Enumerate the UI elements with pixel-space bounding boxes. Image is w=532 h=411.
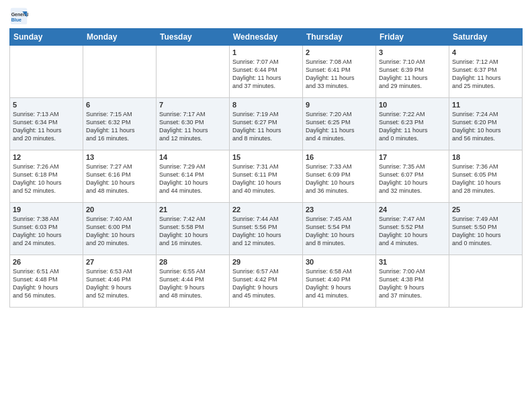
day-number: 7 bbox=[159, 101, 226, 109]
day-info: Sunrise: 7:35 AM Sunset: 6:07 PM Dayligh… bbox=[379, 163, 446, 195]
day-number: 28 bbox=[159, 258, 226, 266]
weekday-header-row: SundayMondayTuesdayWednesdayThursdayFrid… bbox=[10, 29, 523, 46]
day-info: Sunrise: 7:33 AM Sunset: 6:09 PM Dayligh… bbox=[306, 163, 373, 195]
day-info: Sunrise: 7:00 AM Sunset: 4:38 PM Dayligh… bbox=[379, 267, 446, 300]
day-info: Sunrise: 6:57 AM Sunset: 4:42 PM Dayligh… bbox=[232, 267, 300, 300]
calendar-cell: 15Sunrise: 7:31 AM Sunset: 6:11 PM Dayli… bbox=[230, 150, 303, 203]
calendar-cell: 12Sunrise: 7:26 AM Sunset: 6:18 PM Dayli… bbox=[10, 150, 83, 203]
day-info: Sunrise: 7:26 AM Sunset: 6:18 PM Dayligh… bbox=[13, 163, 80, 195]
day-info: Sunrise: 7:44 AM Sunset: 5:56 PM Dayligh… bbox=[232, 215, 300, 248]
day-number: 2 bbox=[306, 48, 373, 56]
calendar-cell: 3Sunrise: 7:10 AM Sunset: 6:39 PM Daylig… bbox=[376, 46, 449, 98]
calendar-cell: 4Sunrise: 7:12 AM Sunset: 6:37 PM Daylig… bbox=[449, 46, 523, 98]
day-info: Sunrise: 6:55 AM Sunset: 4:44 PM Dayligh… bbox=[159, 267, 226, 300]
day-number: 11 bbox=[452, 101, 519, 109]
calendar-cell: 23Sunrise: 7:45 AM Sunset: 5:54 PM Dayli… bbox=[303, 203, 376, 255]
day-number: 16 bbox=[306, 153, 373, 161]
calendar-cell: 11Sunrise: 7:24 AM Sunset: 6:20 PM Dayli… bbox=[449, 98, 523, 150]
day-number: 21 bbox=[159, 205, 226, 214]
calendar-cell bbox=[157, 46, 230, 98]
day-number: 29 bbox=[232, 258, 300, 266]
day-number: 5 bbox=[13, 101, 80, 109]
calendar-cell: 31Sunrise: 7:00 AM Sunset: 4:38 PM Dayli… bbox=[376, 255, 449, 308]
day-info: Sunrise: 7:36 AM Sunset: 6:05 PM Dayligh… bbox=[452, 163, 519, 195]
calendar-cell: 10Sunrise: 7:22 AM Sunset: 6:23 PM Dayli… bbox=[376, 98, 449, 150]
page-container: General Blue SundayMondayTuesdayWednesda… bbox=[0, 0, 532, 312]
calendar-week-row: 26Sunrise: 6:51 AM Sunset: 4:48 PM Dayli… bbox=[10, 255, 523, 308]
calendar-cell: 17Sunrise: 7:35 AM Sunset: 6:07 PM Dayli… bbox=[376, 150, 449, 203]
weekday-header-tuesday: Tuesday bbox=[157, 29, 230, 46]
calendar-cell bbox=[83, 46, 157, 98]
day-number: 30 bbox=[306, 258, 373, 266]
weekday-header-monday: Monday bbox=[83, 29, 157, 46]
day-info: Sunrise: 6:53 AM Sunset: 4:46 PM Dayligh… bbox=[86, 267, 153, 300]
day-info: Sunrise: 6:58 AM Sunset: 4:40 PM Dayligh… bbox=[306, 267, 373, 300]
calendar-cell: 26Sunrise: 6:51 AM Sunset: 4:48 PM Dayli… bbox=[10, 255, 83, 308]
day-number: 24 bbox=[379, 205, 446, 214]
day-number: 20 bbox=[86, 205, 153, 214]
calendar-cell: 14Sunrise: 7:29 AM Sunset: 6:14 PM Dayli… bbox=[157, 150, 230, 203]
day-number: 22 bbox=[232, 205, 300, 214]
day-number: 12 bbox=[13, 153, 80, 161]
calendar-cell: 16Sunrise: 7:33 AM Sunset: 6:09 PM Dayli… bbox=[303, 150, 376, 203]
day-info: Sunrise: 6:51 AM Sunset: 4:48 PM Dayligh… bbox=[13, 267, 80, 300]
calendar-cell: 20Sunrise: 7:40 AM Sunset: 6:00 PM Dayli… bbox=[83, 203, 157, 255]
calendar-cell: 25Sunrise: 7:49 AM Sunset: 5:50 PM Dayli… bbox=[449, 203, 523, 255]
calendar-table: SundayMondayTuesdayWednesdayThursdayFrid… bbox=[9, 28, 523, 308]
day-number: 23 bbox=[306, 205, 373, 214]
calendar-cell: 13Sunrise: 7:27 AM Sunset: 6:16 PM Dayli… bbox=[83, 150, 157, 203]
day-number: 27 bbox=[86, 258, 153, 266]
day-number: 19 bbox=[13, 205, 80, 214]
day-number: 6 bbox=[86, 101, 153, 109]
calendar-cell: 9Sunrise: 7:20 AM Sunset: 6:25 PM Daylig… bbox=[303, 98, 376, 150]
day-info: Sunrise: 7:13 AM Sunset: 6:34 PM Dayligh… bbox=[13, 110, 80, 143]
calendar-cell: 6Sunrise: 7:15 AM Sunset: 6:32 PM Daylig… bbox=[83, 98, 157, 150]
day-info: Sunrise: 7:27 AM Sunset: 6:16 PM Dayligh… bbox=[86, 163, 153, 195]
day-info: Sunrise: 7:40 AM Sunset: 6:00 PM Dayligh… bbox=[86, 215, 153, 248]
day-info: Sunrise: 7:20 AM Sunset: 6:25 PM Dayligh… bbox=[306, 110, 373, 143]
calendar-cell: 18Sunrise: 7:36 AM Sunset: 6:05 PM Dayli… bbox=[449, 150, 523, 203]
calendar-cell bbox=[449, 255, 523, 308]
day-info: Sunrise: 7:19 AM Sunset: 6:27 PM Dayligh… bbox=[232, 110, 300, 143]
calendar-cell: 22Sunrise: 7:44 AM Sunset: 5:56 PM Dayli… bbox=[230, 203, 303, 255]
weekday-header-saturday: Saturday bbox=[449, 29, 523, 46]
calendar-week-row: 5Sunrise: 7:13 AM Sunset: 6:34 PM Daylig… bbox=[10, 98, 523, 150]
day-info: Sunrise: 7:10 AM Sunset: 6:39 PM Dayligh… bbox=[379, 58, 446, 91]
calendar-cell: 2Sunrise: 7:08 AM Sunset: 6:41 PM Daylig… bbox=[303, 46, 376, 98]
header: General Blue bbox=[9, 7, 523, 26]
weekday-header-wednesday: Wednesday bbox=[230, 29, 303, 46]
calendar-week-row: 1Sunrise: 7:07 AM Sunset: 6:44 PM Daylig… bbox=[10, 46, 523, 98]
day-info: Sunrise: 7:29 AM Sunset: 6:14 PM Dayligh… bbox=[159, 163, 226, 195]
day-number: 9 bbox=[306, 101, 373, 109]
calendar-cell: 27Sunrise: 6:53 AM Sunset: 4:46 PM Dayli… bbox=[83, 255, 157, 308]
calendar-cell: 28Sunrise: 6:55 AM Sunset: 4:44 PM Dayli… bbox=[157, 255, 230, 308]
weekday-header-friday: Friday bbox=[376, 29, 449, 46]
calendar-cell: 30Sunrise: 6:58 AM Sunset: 4:40 PM Dayli… bbox=[303, 255, 376, 308]
calendar-week-row: 19Sunrise: 7:38 AM Sunset: 6:03 PM Dayli… bbox=[10, 203, 523, 255]
day-info: Sunrise: 7:24 AM Sunset: 6:20 PM Dayligh… bbox=[452, 110, 519, 143]
day-number: 14 bbox=[159, 153, 226, 161]
calendar-cell: 29Sunrise: 6:57 AM Sunset: 4:42 PM Dayli… bbox=[230, 255, 303, 308]
day-number: 17 bbox=[379, 153, 446, 161]
day-number: 18 bbox=[452, 153, 519, 161]
calendar-cell: 1Sunrise: 7:07 AM Sunset: 6:44 PM Daylig… bbox=[230, 46, 303, 98]
day-info: Sunrise: 7:08 AM Sunset: 6:41 PM Dayligh… bbox=[306, 58, 373, 91]
calendar-cell: 21Sunrise: 7:42 AM Sunset: 5:58 PM Dayli… bbox=[157, 203, 230, 255]
day-info: Sunrise: 7:12 AM Sunset: 6:37 PM Dayligh… bbox=[452, 58, 519, 91]
day-number: 1 bbox=[232, 48, 300, 56]
svg-text:Blue: Blue bbox=[11, 17, 21, 22]
day-info: Sunrise: 7:47 AM Sunset: 5:52 PM Dayligh… bbox=[379, 215, 446, 248]
calendar-cell: 8Sunrise: 7:19 AM Sunset: 6:27 PM Daylig… bbox=[230, 98, 303, 150]
day-number: 26 bbox=[13, 258, 80, 266]
day-number: 4 bbox=[452, 48, 519, 56]
calendar-week-row: 12Sunrise: 7:26 AM Sunset: 6:18 PM Dayli… bbox=[10, 150, 523, 203]
logo: General Blue bbox=[9, 7, 31, 26]
day-number: 25 bbox=[452, 205, 519, 214]
day-info: Sunrise: 7:31 AM Sunset: 6:11 PM Dayligh… bbox=[232, 163, 300, 195]
day-info: Sunrise: 7:42 AM Sunset: 5:58 PM Dayligh… bbox=[159, 215, 226, 248]
calendar-cell: 5Sunrise: 7:13 AM Sunset: 6:34 PM Daylig… bbox=[10, 98, 83, 150]
day-number: 13 bbox=[86, 153, 153, 161]
weekday-header-sunday: Sunday bbox=[10, 29, 83, 46]
calendar-cell: 24Sunrise: 7:47 AM Sunset: 5:52 PM Dayli… bbox=[376, 203, 449, 255]
day-info: Sunrise: 7:07 AM Sunset: 6:44 PM Dayligh… bbox=[232, 58, 300, 91]
